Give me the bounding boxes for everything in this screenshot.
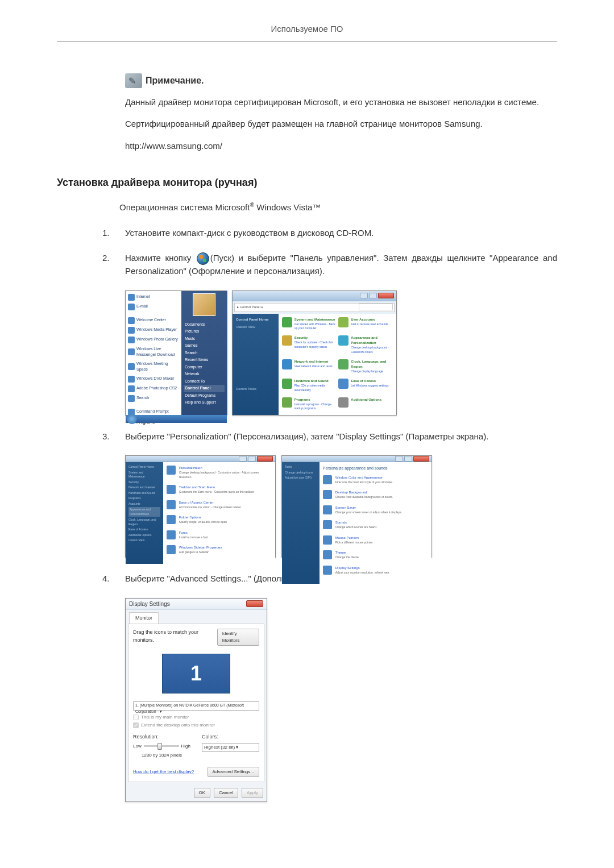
- item-icon: [167, 485, 176, 494]
- window-titlebar: [126, 456, 275, 462]
- appearance-main: PersonalizationChange desktop background…: [163, 462, 275, 564]
- step-2-text: Нажмите кнопку (Пуск) и выберите "Панель…: [125, 252, 557, 278]
- pers-item: FontsInstall or remove a font: [167, 530, 272, 540]
- cp-classic-view: Classic View: [236, 325, 275, 330]
- app-icon: [128, 327, 135, 334]
- help-link[interactable]: How do I get the best display?: [133, 769, 194, 775]
- start-left-item: Internet: [128, 293, 179, 301]
- chk2-label: Extend the desktop onto this monitor: [141, 722, 215, 729]
- sidebar-item: Appearance and Personalization: [128, 507, 160, 517]
- os-line: Операционная система Microsoft® Windows …: [119, 201, 557, 214]
- note-url: http://www.samsung.com/: [125, 140, 557, 153]
- close-icon: [246, 600, 263, 607]
- item-icon: [323, 475, 332, 484]
- maximize-icon: [248, 456, 256, 462]
- minimize-icon: [395, 456, 403, 462]
- pers-option: Screen SaverChange your screen saver or …: [323, 505, 428, 515]
- start-menu-window: InternetE-mailWelcome CenterWindows Medi…: [125, 290, 227, 416]
- step-2-number: 2.: [102, 252, 114, 265]
- step-1-text: Установите компакт-диск с руководством в…: [125, 227, 557, 240]
- pers-item: Folder OptionsSpecify single- or double-…: [167, 515, 272, 525]
- control-panel-category: Hardware and SoundPlay CDs or other medi…: [282, 379, 337, 393]
- ok-button[interactable]: OK: [194, 788, 211, 798]
- personalization-window: TasksChange desktop iconsAdjust font siz…: [281, 455, 432, 558]
- start-left-item: Welcome Center: [128, 317, 179, 325]
- note-block: Примечание. Данный драйвер монитора серт…: [125, 73, 557, 153]
- cp-home-label: Control Panel Home: [236, 317, 275, 322]
- sidebar-item: Tasks: [285, 465, 317, 470]
- start-right-item: Connect To: [184, 378, 225, 385]
- category-icon: [282, 317, 292, 327]
- category-icon: [282, 359, 292, 369]
- sidebar-item: Change desktop icons: [285, 471, 317, 475]
- identify-monitors-button[interactable]: Identify Monitors: [217, 629, 259, 646]
- screenshot-personalization-pair: Control Panel HomeSystem and Maintenance…: [125, 455, 557, 558]
- control-panel-category: ProgramsUninstall a program · Change sta…: [282, 397, 337, 412]
- step-3-text: Выберите "Personalization" (Персонализац…: [125, 430, 557, 443]
- item-icon: [323, 566, 332, 575]
- item-icon: [323, 550, 332, 559]
- note-pencil-icon: [125, 73, 142, 88]
- note-title: Примечание.: [146, 74, 204, 88]
- pers-option: Window Color and AppearanceFine tune the…: [323, 475, 428, 485]
- item-icon: [167, 515, 176, 524]
- control-panel-category: Additional Options: [338, 397, 393, 412]
- start-menu-left: InternetE-mailWelcome CenterWindows Medi…: [126, 291, 181, 415]
- start-left-item: Search: [128, 394, 179, 402]
- item-icon: [323, 520, 332, 529]
- pers-item: Taskbar and Start MenuCustomize the Star…: [167, 485, 272, 495]
- display-settings-titlebar: Display Settings: [126, 599, 267, 610]
- item-icon: [323, 490, 332, 499]
- advanced-settings-button[interactable]: Advanced Settings...: [208, 767, 259, 777]
- sidebar-item: System and Maintenance: [128, 471, 160, 479]
- start-left-item: Windows Live Messenger Download: [128, 346, 179, 359]
- app-icon: [128, 348, 135, 355]
- control-panel-category: User AccountsAdd or remove user accounts: [338, 317, 393, 331]
- app-icon: [128, 317, 135, 324]
- category-icon: [338, 397, 349, 408]
- control-panel-category: System and MaintenanceGet started with W…: [282, 317, 337, 331]
- close-icon: [378, 293, 394, 298]
- start-right-item: Search: [184, 350, 225, 357]
- app-icon: [128, 363, 135, 370]
- resolution-value: 1280 by 1024 pixels: [133, 752, 190, 759]
- app-icon: [128, 385, 135, 392]
- main-monitor-checkbox-row: This is my main monitor: [133, 714, 259, 721]
- sidebar-item: Control Panel Home: [128, 465, 160, 470]
- category-icon: [282, 397, 292, 408]
- note-paragraph-2: Сертифицированный драйвер будет размещен…: [125, 118, 557, 131]
- start-right-item: Recent Items: [184, 356, 225, 364]
- monitor-select[interactable]: 1. (Multiple Monitors) on NVIDIA GeForce…: [133, 701, 259, 711]
- start-left-item: Windows Photo Gallery: [128, 336, 179, 344]
- panel-title: Personalize appearance and sounds: [323, 466, 428, 472]
- cp-recent: Recent Tasks: [236, 387, 275, 392]
- category-icon: [338, 317, 349, 327]
- close-icon: [257, 456, 273, 462]
- maximize-icon: [404, 456, 412, 462]
- pers-item: Windows Sidebar PropertiesAdd gadgets to…: [167, 545, 272, 555]
- pers-item: PersonalizationChange desktop background…: [167, 466, 272, 479]
- maximize-icon: [369, 293, 377, 298]
- sidebar-item: Network and Internet: [128, 485, 160, 490]
- step-2: 2. Нажмите кнопку (Пуск) и выберите "Пан…: [102, 252, 557, 278]
- pers-option: Display SettingsAdjust your monitor reso…: [323, 566, 428, 575]
- pers-item: Ease of Access CenterAccommodate low vis…: [167, 500, 272, 510]
- item-icon: [167, 466, 176, 475]
- control-panel-categories: System and MaintenanceGet started with W…: [279, 314, 396, 415]
- app-icon: [128, 304, 135, 310]
- colors-select[interactable]: Highest (32 bit) ▾: [202, 743, 259, 752]
- control-panel-category: Appearance and PersonalizationChange des…: [338, 335, 393, 355]
- control-panel-window: ▸ Control Panel ▸ Control Panel Home Cla…: [232, 290, 397, 416]
- search-field: [359, 304, 393, 310]
- control-panel-category: SecurityCheck for updates · Check this c…: [282, 335, 337, 355]
- pers-option: Mouse PointersPick a different mouse poi…: [323, 535, 428, 545]
- start-left-item: Adobe Photoshop CS2: [128, 385, 179, 393]
- resolution-slider[interactable]: [144, 745, 179, 747]
- category-icon: [338, 359, 349, 369]
- taskbar: [126, 415, 227, 423]
- step-1-number: 1.: [102, 227, 114, 240]
- note-paragraph-1: Данный драйвер монитора сертифицирован M…: [125, 96, 557, 109]
- start-right-item: Computer: [184, 364, 225, 371]
- reg-mark: ®: [250, 201, 254, 208]
- cancel-button[interactable]: Cancel: [214, 788, 238, 798]
